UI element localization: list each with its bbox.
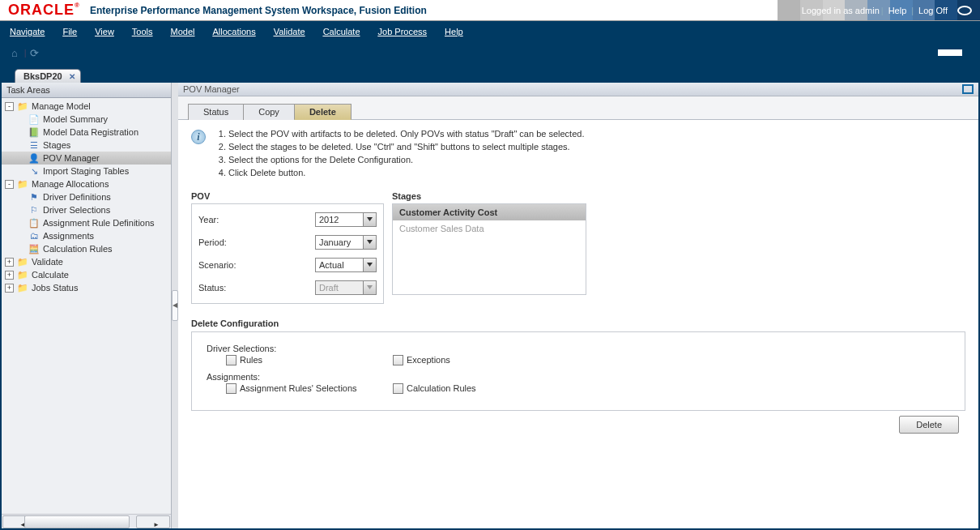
chevron-down-icon[interactable]: [363, 259, 376, 271]
tree-item-assignments[interactable]: 🗂Assignments: [2, 229, 171, 242]
pov-section-title: POV: [191, 191, 384, 201]
tree-item-calculation-rules[interactable]: 🧮Calculation Rules: [2, 242, 171, 255]
sidebar-title: Task Areas: [2, 83, 171, 98]
assignments-label: Assignments:: [207, 372, 950, 382]
splitter-handle-icon[interactable]: ◀: [172, 290, 178, 321]
help-link[interactable]: Help: [888, 6, 907, 15]
app-header: ORACLE® Enterprise Performance Managemen…: [0, 0, 980, 21]
instructions-list: Select the POV with artifacts to be dele…: [214, 128, 584, 180]
menu-allocations[interactable]: Allocations: [213, 27, 256, 36]
menu-model[interactable]: Model: [171, 27, 195, 36]
scenario-select[interactable]: Actual: [315, 258, 377, 272]
status-select: Draft: [315, 280, 377, 295]
scroll-thumb[interactable]: [24, 515, 130, 528]
menu-view[interactable]: View: [95, 27, 114, 36]
oracle-oval-icon: [957, 6, 972, 15]
expander-icon[interactable]: +: [5, 271, 14, 280]
tab-copy[interactable]: Copy: [243, 104, 295, 120]
workspace: Task Areas -📁Manage Model📄Model Summary📗…: [0, 83, 980, 530]
asg-icon: 🗂: [28, 230, 40, 241]
oracle-logo: ORACLE®: [8, 2, 80, 19]
stages-listbox[interactable]: Customer Activity CostCustomer Sales Dat…: [392, 203, 586, 295]
instruction-item: Select the stages to be deleted. Use "Ct…: [228, 141, 584, 154]
folder-icon: 📁: [16, 100, 29, 112]
folder-icon: 📁: [16, 282, 29, 293]
instructions: i Select the POV with artifacts to be de…: [191, 128, 965, 180]
menu-validate[interactable]: Validate: [274, 27, 305, 36]
tab-delete[interactable]: Delete: [294, 104, 352, 120]
task-tree: -📁Manage Model📄Model Summary📗Model Data …: [2, 98, 171, 514]
maximize-icon[interactable]: [962, 84, 974, 94]
refresh-icon[interactable]: ⟳: [30, 47, 39, 59]
year-label: Year:: [198, 215, 219, 224]
main-panel: POV Manager StatusCopyDelete i Select th…: [178, 83, 978, 528]
stages-icon: ☰: [28, 139, 40, 151]
folder-icon: 📁: [16, 256, 29, 267]
assignment-rules-selections-checkbox[interactable]: [226, 383, 236, 394]
status-label: Status:: [198, 283, 226, 293]
doc-g-icon: 📗: [28, 126, 40, 138]
sidebar-scrollbar[interactable]: ◄ ►: [2, 514, 171, 528]
stage-item[interactable]: Customer Sales Data: [393, 220, 586, 237]
folder-icon: 📁: [16, 269, 29, 280]
tree-item-manage-allocations[interactable]: -📁Manage Allocations: [2, 177, 171, 190]
person-icon: 👤: [28, 152, 40, 164]
tree-item-jobs-status[interactable]: +📁Jobs Status: [2, 281, 171, 294]
delete-config-title: Delete Configuration: [191, 318, 965, 328]
tree-item-model-data-registration[interactable]: 📗Model Data Registration: [2, 126, 171, 139]
tree-item-assignment-rule-definitions[interactable]: 📋Assignment Rule Definitions: [2, 216, 171, 229]
chevron-down-icon[interactable]: [363, 213, 376, 226]
delete-button[interactable]: Delete: [899, 416, 959, 434]
menu-help[interactable]: Help: [445, 27, 463, 36]
info-icon: i: [191, 130, 206, 144]
menu-tools[interactable]: Tools: [132, 27, 153, 36]
tree-item-validate[interactable]: +📁Validate: [2, 255, 171, 268]
exceptions-checkbox[interactable]: [393, 355, 403, 365]
menu-job-process[interactable]: Job Process: [378, 27, 428, 36]
year-select[interactable]: 2012: [315, 212, 377, 227]
expander-icon[interactable]: +: [5, 284, 14, 293]
stage-item[interactable]: Customer Activity Cost: [393, 204, 586, 220]
pov-panel: Year: 2012 Period: January Scenario: Act…: [191, 203, 384, 304]
toolbar: ⌂ | ⟳: [0, 42, 980, 63]
tree-item-manage-model[interactable]: -📁Manage Model: [2, 100, 171, 113]
app-title: Enterprise Performance Management System…: [90, 5, 427, 16]
calculation-rules-checkbox[interactable]: [393, 383, 403, 394]
instruction-item: Select the options for the Delete Config…: [228, 154, 584, 167]
logged-in-text: Logged in as admin: [802, 6, 880, 15]
tree-item-calculate[interactable]: +📁Calculate: [2, 268, 171, 281]
drv-icon: ⚑: [28, 191, 40, 203]
doc-icon: 📄: [28, 113, 40, 125]
content-area: i Select the POV with artifacts to be de…: [178, 120, 978, 528]
tree-item-driver-selections[interactable]: ⚐Driver Selections: [2, 203, 171, 216]
close-icon[interactable]: ✕: [69, 72, 75, 81]
period-select[interactable]: January: [315, 235, 377, 250]
home-icon[interactable]: ⌂: [11, 47, 18, 59]
menubar: NavigateFileViewToolsModelAllocationsVal…: [0, 21, 980, 42]
tree-item-model-summary[interactable]: 📄Model Summary: [2, 113, 171, 126]
expander-icon[interactable]: +: [5, 258, 14, 267]
minimize-ribbon-icon[interactable]: [938, 49, 962, 56]
tree-item-pov-manager[interactable]: 👤POV Manager: [2, 152, 171, 165]
drvs-icon: ⚐: [28, 204, 40, 216]
tree-item-import-staging-tables[interactable]: ↘Import Staging Tables: [2, 165, 171, 177]
sidebar: Task Areas -📁Manage Model📄Model Summary📗…: [2, 83, 172, 528]
tab-status[interactable]: Status: [188, 104, 244, 120]
logoff-link[interactable]: Log Off: [918, 6, 948, 15]
scroll-right-icon[interactable]: ►: [136, 515, 170, 528]
tree-item-driver-definitions[interactable]: ⚑Driver Definitions: [2, 190, 171, 203]
tree-item-stages[interactable]: ☰Stages: [2, 139, 171, 152]
expander-icon[interactable]: -: [5, 180, 14, 189]
rules-checkbox[interactable]: [226, 355, 236, 365]
header-right-menu: Logged in as admin | Help | Log Off: [802, 0, 980, 20]
delete-config-panel: Driver Selections: Rules Exceptions Assi…: [191, 331, 965, 411]
menu-navigate[interactable]: Navigate: [10, 27, 45, 36]
expander-icon[interactable]: -: [5, 102, 14, 111]
chevron-down-icon[interactable]: [363, 236, 376, 249]
splitter[interactable]: ◀: [172, 83, 178, 528]
main-title: POV Manager: [183, 84, 240, 94]
menu-calculate[interactable]: Calculate: [323, 27, 360, 36]
document-tab[interactable]: BksDP20 ✕: [15, 69, 81, 83]
scenario-label: Scenario:: [198, 260, 236, 270]
menu-file[interactable]: File: [62, 27, 77, 36]
